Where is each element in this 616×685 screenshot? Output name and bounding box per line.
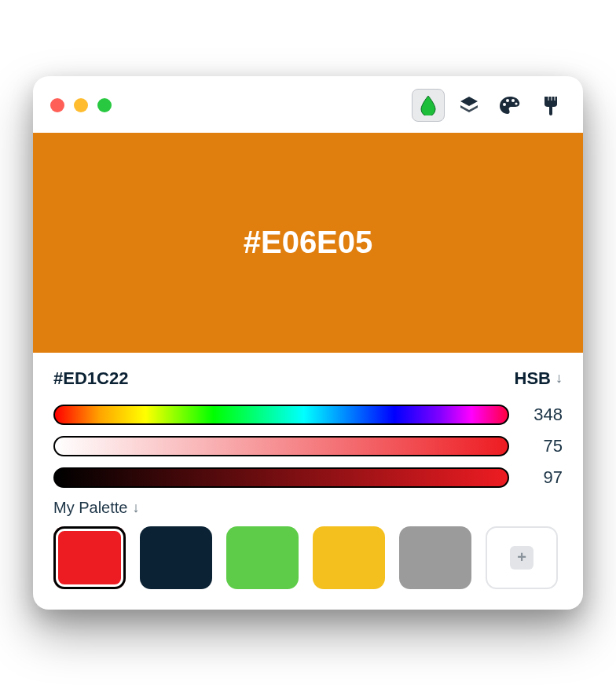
brightness-value: 97: [526, 467, 563, 488]
palette-swatch[interactable]: [226, 526, 299, 589]
saturation-value: 75: [526, 436, 563, 456]
brightness-slider-row: 97: [53, 467, 563, 488]
current-hex-value[interactable]: #ED1C22: [53, 368, 128, 389]
color-preview: #E06E05: [33, 133, 583, 353]
close-window-button[interactable]: [50, 98, 64, 112]
drop-icon: [420, 95, 437, 115]
toolbar: [412, 89, 567, 122]
color-mode-selector[interactable]: HSB ↓: [515, 368, 563, 389]
palette-tool-button[interactable]: [493, 89, 526, 122]
svg-point-0: [503, 103, 506, 106]
svg-rect-4: [544, 97, 557, 101]
eyedropper-tool-button[interactable]: [412, 89, 445, 122]
hue-slider[interactable]: [53, 405, 509, 425]
add-swatch-button[interactable]: +: [486, 526, 558, 589]
palette-name-label: My Palette: [53, 499, 127, 517]
palette-swatch[interactable]: [399, 526, 471, 589]
saturation-slider-row: 75: [53, 436, 563, 456]
brush-icon: [541, 95, 560, 115]
chevron-down-icon: ↓: [556, 370, 563, 386]
svg-point-3: [515, 102, 517, 104]
saturation-slider[interactable]: [53, 436, 509, 456]
palette-swatch[interactable]: [53, 526, 126, 589]
window-controls: [50, 98, 112, 112]
layers-icon: [459, 95, 479, 115]
palette-swatch[interactable]: [140, 526, 212, 589]
controls-panel: #ED1C22 HSB ↓ 348 75 97 My Palette ↓: [33, 353, 583, 610]
palette-selector[interactable]: My Palette ↓: [53, 499, 563, 517]
hue-value: 348: [526, 405, 563, 425]
brush-tool-button[interactable]: [534, 89, 567, 122]
titlebar: [33, 76, 583, 133]
palette-swatches: +: [53, 526, 563, 589]
chevron-down-icon: ↓: [132, 500, 139, 516]
color-picker-window: #E06E05 #ED1C22 HSB ↓ 348 75 97 My Palet…: [33, 76, 583, 610]
layers-tool-button[interactable]: [453, 89, 486, 122]
brightness-slider[interactable]: [53, 467, 509, 488]
svg-point-1: [506, 99, 509, 102]
zoom-window-button[interactable]: [97, 98, 112, 112]
plus-icon: +: [510, 546, 534, 570]
color-mode-label: HSB: [515, 368, 551, 389]
palette-icon: [499, 95, 521, 115]
hex-mode-row: #ED1C22 HSB ↓: [53, 368, 563, 389]
palette-swatch[interactable]: [313, 526, 385, 589]
preview-hex-label: #E06E05: [244, 225, 373, 260]
hue-slider-row: 348: [53, 405, 563, 425]
minimize-window-button[interactable]: [74, 98, 88, 112]
svg-point-2: [512, 99, 515, 102]
